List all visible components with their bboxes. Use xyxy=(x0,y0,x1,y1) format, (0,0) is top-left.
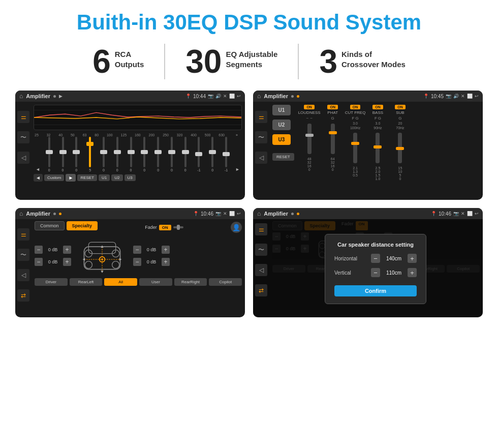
eq-u2-button[interactable]: U2 xyxy=(111,174,122,181)
back-icon-s3[interactable]: ↩ xyxy=(237,211,241,216)
eq-slider-1[interactable]: 0 xyxy=(45,137,54,172)
db-minus-fr[interactable]: − xyxy=(133,246,141,254)
side-icons-s3: ⚌ 〜 ◁ ⇄ xyxy=(17,228,29,302)
eq-slider-10[interactable]: 0 xyxy=(167,137,176,172)
loudness-slider[interactable] xyxy=(307,124,312,154)
u1-button[interactable]: U1 xyxy=(272,105,291,115)
rearright-button[interactable]: RearRight xyxy=(174,278,207,286)
arrows-icon-s3[interactable]: ⇄ xyxy=(17,289,29,302)
eq-u1-button[interactable]: U1 xyxy=(99,174,110,181)
u2-button[interactable]: U2 xyxy=(272,120,291,130)
close-icon-s3[interactable]: ✕ xyxy=(223,211,227,216)
common-tab[interactable]: Common xyxy=(35,221,65,230)
sub-on-badge: ON xyxy=(395,105,406,109)
bass-slider[interactable] xyxy=(376,133,380,163)
db-plus-rr[interactable]: + xyxy=(162,258,170,266)
home-icon-s1[interactable]: ⌂ xyxy=(19,93,23,100)
horizontal-plus-button[interactable]: + xyxy=(408,254,417,263)
eq-slider-12[interactable]: -1 xyxy=(194,137,203,172)
wave-icon-s3[interactable]: 〜 xyxy=(17,249,29,261)
confirm-button[interactable]: Confirm xyxy=(334,285,417,296)
home-icon-s2[interactable]: ⌂ xyxy=(257,93,261,100)
dot1-s3 xyxy=(53,213,56,215)
window-icon-s2[interactable]: ⬜ xyxy=(467,94,473,99)
vertical-minus-button[interactable]: − xyxy=(371,268,380,277)
eq-icon-s4[interactable]: ⚌ xyxy=(255,223,267,235)
speaker-side-s4[interactable]: ◁ xyxy=(255,264,267,276)
db-minus-rl[interactable]: − xyxy=(35,258,43,266)
crossover-reset-button[interactable]: RESET xyxy=(272,153,294,161)
dialog-title: Car speaker distance setting xyxy=(334,242,417,248)
window-icon-s1[interactable]: ⬜ xyxy=(229,94,235,99)
db-value-fl: 0 dB xyxy=(45,247,61,252)
rearleft-button[interactable]: RearLeft xyxy=(70,278,103,286)
camera-icon-s4: 📷 xyxy=(453,211,459,216)
eq-slider-9[interactable]: 0 xyxy=(153,137,163,172)
status-time-s2: 10:45 xyxy=(431,94,444,99)
eq-slider-5[interactable]: 0 xyxy=(99,137,108,172)
eq-custom-button[interactable]: Custom xyxy=(44,174,65,181)
close-icon-s2[interactable]: ✕ xyxy=(461,94,465,99)
sub-slider[interactable] xyxy=(398,133,402,163)
speaker-side-s1[interactable]: ◁ xyxy=(17,152,29,164)
eq-slider-13[interactable]: 0 xyxy=(208,137,217,172)
eq-icon-s1[interactable]: ⚌ xyxy=(17,111,29,123)
fader-label: Fader xyxy=(145,225,157,230)
back-icon-s4[interactable]: ↩ xyxy=(475,211,479,216)
wave-icon-s1[interactable]: 〜 xyxy=(17,131,29,143)
back-icon-s1[interactable]: ↩ xyxy=(237,94,241,99)
stat-crossover: 3 Kinds of Crossover Modes xyxy=(299,45,425,78)
speaker-side-s3[interactable]: ◁ xyxy=(17,269,29,281)
arrows-icon-s4[interactable]: ⇄ xyxy=(255,284,267,296)
horizontal-minus-button[interactable]: − xyxy=(371,254,380,263)
speaker-side-s2[interactable]: ◁ xyxy=(255,152,267,164)
cutfreq-slider[interactable] xyxy=(353,133,357,163)
eq-u3-button[interactable]: U3 xyxy=(124,174,136,181)
eq-slider-7[interactable]: 0 xyxy=(127,137,136,172)
speaker-distance-dialog: Car speaker distance setting Horizontal … xyxy=(325,234,426,304)
eq-slider-11[interactable]: 0 xyxy=(181,137,190,172)
window-icon-s4[interactable]: ⬜ xyxy=(467,211,473,216)
next-btn[interactable]: ► xyxy=(235,167,240,172)
phat-slider[interactable] xyxy=(331,124,335,154)
eq-slider-14[interactable]: -1 xyxy=(222,137,231,172)
copilot-button[interactable]: Copilot xyxy=(209,278,242,286)
vertical-plus-button[interactable]: + xyxy=(408,268,417,277)
wave-icon-s2[interactable]: 〜 xyxy=(255,131,267,143)
home-icon-s4[interactable]: ⌂ xyxy=(257,210,261,217)
eq-reset-button[interactable]: RESET xyxy=(77,174,97,181)
db-plus-fl[interactable]: + xyxy=(63,246,71,254)
ch-sub: ON SUB G 20 70Hz 15 10 5 0 xyxy=(390,105,410,181)
home-icon-s3[interactable]: ⌂ xyxy=(19,210,23,217)
eq-icon-s3[interactable]: ⚌ xyxy=(17,228,29,241)
user-button[interactable]: User xyxy=(139,278,172,286)
db-minus-fl[interactable]: − xyxy=(35,246,43,254)
u3-button[interactable]: U3 xyxy=(272,134,291,145)
db-control-right: − 0 dB + − 0 dB + xyxy=(133,246,170,266)
window-icon-s3[interactable]: ⬜ xyxy=(229,211,235,216)
eq-prev-button[interactable]: ◄ xyxy=(34,174,43,182)
eq-slider-4[interactable]: 5 xyxy=(85,137,95,172)
close-icon-s4[interactable]: ✕ xyxy=(461,211,465,216)
specialty-tab[interactable]: Specialty xyxy=(67,221,98,230)
profile-icon-s3[interactable]: 👤 xyxy=(231,222,242,233)
eq-play-button[interactable]: ► xyxy=(66,174,76,182)
back-icon-s2[interactable]: ↩ xyxy=(475,94,479,99)
prev-btn[interactable]: ◄ xyxy=(36,167,40,172)
eq-slider-2[interactable]: 0 xyxy=(58,137,68,172)
svg-point-10 xyxy=(112,261,119,268)
eq-icon-s2[interactable]: ⚌ xyxy=(255,111,267,123)
eq-slider-6[interactable]: 0 xyxy=(113,137,122,172)
eq-slider-3[interactable]: 0 xyxy=(72,137,81,172)
db-plus-rl[interactable]: + xyxy=(63,258,71,266)
all-button[interactable]: All xyxy=(104,278,137,286)
eq-freq-labels: 25 32 40 50 63 80 100 125 160 200 250 32… xyxy=(34,133,242,137)
db-minus-rr[interactable]: − xyxy=(133,258,141,266)
db-plus-fr[interactable]: + xyxy=(162,246,170,254)
screen2-status-bar: ⌂ Amplifier 📍 10:45 📷 🔊 ✕ ⬜ ↩ xyxy=(253,91,483,102)
close-icon-s1[interactable]: ✕ xyxy=(223,94,227,99)
eq-sliders: ◄ 0 0 0 5 xyxy=(34,139,242,172)
eq-slider-8[interactable]: 0 xyxy=(140,137,149,172)
wave-icon-s4[interactable]: 〜 xyxy=(255,244,267,256)
driver-button[interactable]: Driver xyxy=(35,278,68,286)
